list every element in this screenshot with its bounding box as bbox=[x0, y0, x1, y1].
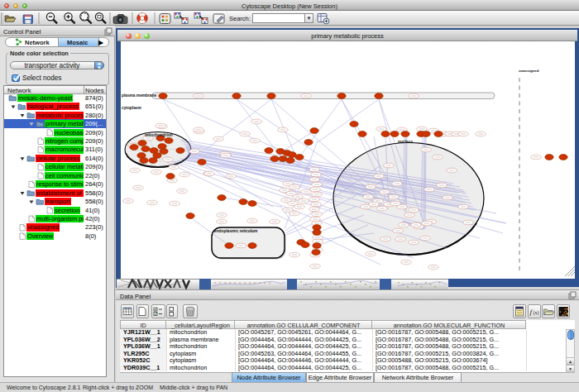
svg-text:unassigned: unassigned bbox=[519, 69, 539, 73]
svg-text:Search:: Search: bbox=[229, 15, 251, 22]
svg-text:plasma membrane: plasma membrane bbox=[122, 93, 156, 98]
svg-text:cytoplasm: cytoplasm bbox=[122, 106, 141, 110]
svg-text:nucleus: nucleus bbox=[398, 140, 413, 144]
svg-text:mitochondrion: mitochondrion bbox=[145, 133, 173, 137]
svg-text:endoplasmic reticulum: endoplasmic reticulum bbox=[214, 229, 257, 233]
svg-text:(x): (x) bbox=[534, 310, 539, 316]
